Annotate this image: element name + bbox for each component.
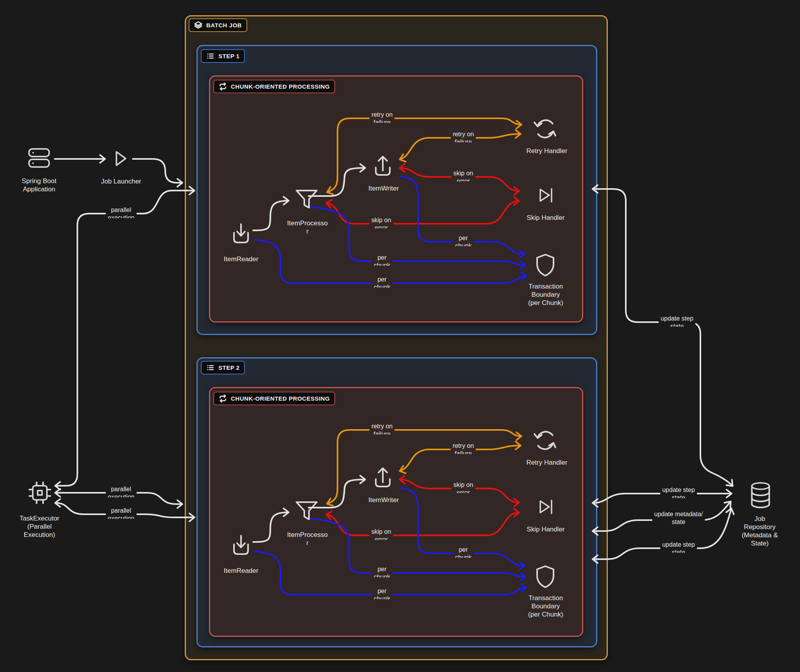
transaction-boundary-label: Transaction Boundary (per Chunk) <box>528 594 563 619</box>
edge-label-retry-on-failure: retry on failure <box>370 422 395 435</box>
edge-step1-repository <box>593 189 732 486</box>
step1-chip: STEP 1 <box>201 49 245 63</box>
list-icon <box>206 52 214 60</box>
item-processor-label: ItemProcessor <box>287 219 328 235</box>
item-reader-icon <box>229 534 254 559</box>
edge-label-per-chunk: per chunk <box>453 234 474 246</box>
skip-handler-label: Skip Handler <box>527 214 564 222</box>
diagram-canvas: BATCH JOB STEP 1 CHUNK-ORIENTED PROCESSI… <box>0 0 800 672</box>
cycle-icon <box>219 394 227 403</box>
edge-label-skip-on-error: skip on error <box>452 481 475 493</box>
retry-icon <box>532 428 558 453</box>
retry-handler-label: Retry Handler <box>527 458 568 467</box>
edge-label-retry-on-failure: retry on failure <box>451 442 476 454</box>
edge-label-parallel-execution: parallel execution <box>106 507 137 519</box>
edge-label-update-step-state: update step state <box>660 486 697 498</box>
edge-label-retry-on-failure: retry on failure <box>370 111 395 123</box>
chunk2-box <box>209 387 583 637</box>
spring-boot-label: Spring Boot Application <box>22 177 57 193</box>
layers-icon <box>194 21 202 29</box>
edge-label-skip-on-error: skip on error <box>370 216 393 228</box>
list-icon <box>206 364 214 372</box>
step1-chip-label: STEP 1 <box>218 53 239 59</box>
chunk2-chip-label: CHUNK-ORIENTED PROCESSING <box>231 395 330 402</box>
item-writer-label: ItemWriter <box>368 184 399 193</box>
chunk2-chip: CHUNK-ORIENTED PROCESSING <box>213 392 335 405</box>
edge-label-per-chunk: per chunk <box>372 565 393 578</box>
batch-job-chip: BATCH JOB <box>189 18 247 32</box>
database-icon <box>748 481 773 510</box>
step2-chip-label: STEP 2 <box>218 364 239 371</box>
retry-icon <box>532 116 558 142</box>
item-processor-label: ItemProcessor <box>287 531 328 547</box>
edge-label-update-step-state: update step state <box>659 315 695 327</box>
retry-handler-label: Retry Handler <box>527 147 568 155</box>
step2-chip: STEP 2 <box>201 361 245 374</box>
funnel-icon <box>294 187 319 212</box>
item-reader-label: ItemReader <box>224 255 259 263</box>
edge-label-skip-on-error: skip on error <box>370 528 393 540</box>
server-icon <box>26 145 52 171</box>
chunk1-chip: CHUNK-ORIENTED PROCESSING <box>213 80 335 93</box>
item-writer-icon <box>370 465 395 490</box>
edge-label-per-chunk: per chunk <box>453 546 474 558</box>
funnel-icon <box>294 499 319 524</box>
skip-handler-label: Skip Handler <box>527 525 564 533</box>
play-icon <box>109 147 132 170</box>
skip-icon <box>535 184 557 206</box>
edge-label-per-chunk: per chunk <box>372 276 393 288</box>
job-launcher-label: Job Launcher <box>101 177 141 185</box>
task-executor-label: TaskExecutor (Parallel Execution) <box>20 514 59 539</box>
edge-taskexecutor-step1 <box>55 191 194 486</box>
edge-label-update-metadata-state: update metadata/ state <box>652 510 705 526</box>
item-reader-label: ItemReader <box>224 567 259 575</box>
edge-label-skip-on-error: skip on error <box>452 169 475 182</box>
cycle-icon <box>219 82 227 91</box>
edge-label-per-chunk: per chunk <box>372 587 393 599</box>
chunk1-box <box>209 75 583 323</box>
edge-label-parallel-execution: parallel execution <box>106 206 137 218</box>
item-writer-icon <box>370 153 395 178</box>
item-writer-label: ItemWriter <box>368 496 399 504</box>
edge-label-update-step-state: update step state <box>660 541 697 553</box>
chunk1-chip-label: CHUNK-ORIENTED PROCESSING <box>231 83 330 90</box>
cpu-icon <box>27 480 53 506</box>
job-repository-label: Job Repository (Metadata & State) <box>742 515 778 547</box>
edge-label-per-chunk: per chunk <box>372 254 393 266</box>
transaction-boundary-label: Transaction Boundary (per Chunk) <box>528 282 563 307</box>
shield-icon <box>533 564 558 590</box>
skip-icon <box>535 496 557 518</box>
batch-job-chip-label: BATCH JOB <box>206 22 242 29</box>
edge-label-retry-on-failure: retry on failure <box>451 130 476 143</box>
item-reader-icon <box>229 222 254 247</box>
edge-label-parallel-execution: parallel execution <box>106 485 137 497</box>
shield-icon <box>533 252 558 278</box>
